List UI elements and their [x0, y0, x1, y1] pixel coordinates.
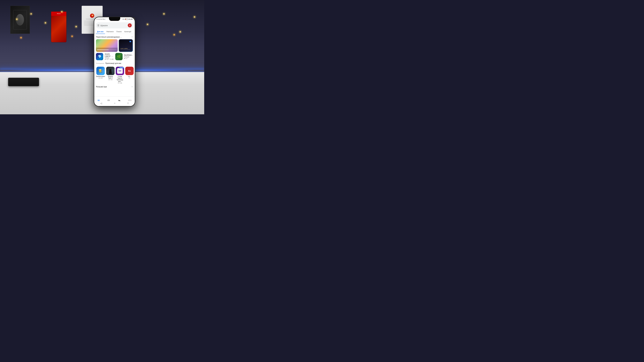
zagub-star: ★ [124, 58, 125, 59]
featured-cards: 5 LOST LANDS COLLECTOR'S EDITION [94, 39, 135, 52]
shadow-fight-size: 111 МБ [108, 79, 112, 80]
navigation-tabs: Для вас Рейтинги Платні Категорії [94, 29, 135, 34]
featured-card-lost-lands[interactable]: 5 LOST LANDS COLLECTOR'S EDITION [119, 39, 133, 52]
rpg-section: Рольові ігри → [94, 85, 135, 89]
time-display: 21:45 [129, 18, 132, 20]
battery-percent: 20% [122, 18, 125, 20]
words-icon: WW НОВИЙ [116, 67, 124, 75]
app-card-shadow-fight[interactable]: Shadow Fight 3 111 МБ [106, 67, 115, 84]
zagub-name: Загублені... [124, 54, 133, 56]
recommended-section-header: Перегляньте рекомендовані ... → [94, 34, 135, 39]
la-icon: Ea [125, 67, 134, 75]
promo-title: Пропозиції для вас [105, 62, 122, 64]
shadow-fight-image [106, 67, 114, 75]
tab-for-you[interactable]: Для вас [96, 29, 105, 34]
lost-lands-image: 5 LOST LANDS COLLECTOR'S EDITION [120, 40, 132, 51]
home-button[interactable]: ○ [114, 102, 116, 105]
jewels-image [96, 53, 103, 60]
gardenscapes-icon [96, 67, 105, 75]
menu-icon[interactable]: ☰ [97, 24, 99, 27]
ads-section: Оголошення Пропозиції для вас [94, 61, 135, 66]
zagub-info: Загублені... Пригоди ★ 4,7 [124, 54, 133, 59]
app-card-la[interactable]: Ea La... 27 [125, 67, 134, 84]
gardenscapes-size: 140 МБ [98, 77, 103, 79]
jewels-rating: 4,6 [106, 59, 108, 60]
jewels-star: ★ [104, 59, 106, 60]
rpg-arrow[interactable]: → [131, 85, 133, 88]
zagub-rating: 4,7 [126, 58, 128, 59]
jewels-icon [96, 53, 103, 60]
search-bar[interactable]: ☰ Шукати У [96, 22, 133, 28]
zagub-image [115, 53, 122, 60]
words-ww-logo: WW [117, 68, 123, 74]
featured-card-jewels[interactable] [96, 39, 118, 52]
card-jewels-image [96, 39, 118, 52]
recommended-title: Перегляньте рекомендовані ... [96, 36, 122, 38]
status-left: KYIVSTAR life:) [96, 18, 105, 20]
zagub-category: Пригоди [124, 56, 133, 58]
user-avatar[interactable]: У [128, 23, 132, 27]
jewels-size: 71 МБ [110, 59, 114, 60]
rpg-title: Рольові ігри [96, 86, 107, 88]
phone: KYIVSTAR life:) 20% 21:45 ☰ Шукати У Для… [94, 17, 135, 106]
apps-grid: Gardenscapes 140 МБ Shadow Fight 3 111 М… [94, 66, 135, 85]
words-size: 117 МБ [118, 82, 122, 84]
phone-notch [109, 17, 120, 21]
shadow-fight-icon [106, 67, 114, 75]
tab-categories[interactable]: Категорії [123, 29, 133, 34]
app-card-words[interactable]: WW НОВИЙ Слова Чудеса: Кросворд для... 1… [115, 67, 125, 84]
la-name: La... [128, 76, 131, 77]
la-size: 27 [129, 77, 130, 79]
android-nav: ◁ ○ □ [94, 101, 135, 106]
jewels-category: Аркади [104, 57, 114, 59]
battery-icon [125, 18, 128, 20]
jewels-name: Jewels Legend - ... [104, 53, 114, 57]
phone-wrapper: KYIVSTAR life:) 20% 21:45 ☰ Шукати У Для… [94, 17, 135, 106]
la-icon-text: Ea [128, 70, 130, 72]
recent-button[interactable]: □ [127, 102, 129, 105]
back-button[interactable]: ◁ [100, 102, 102, 105]
jewels-meta: ★ 4,6 • 71 МБ [104, 59, 114, 60]
zagub-icon [115, 53, 122, 60]
lost-lands-title: LOST LANDS [120, 48, 130, 49]
gardenscapes-image [96, 67, 105, 75]
gardenscapes-name: Gardenscapes [96, 76, 105, 77]
phone-screen: KYIVSTAR life:) 20% 21:45 ☰ Шукати У Для… [94, 17, 135, 106]
jewels-dot: • [109, 59, 109, 60]
words-name: Слова Чудеса: Кросворд для... [116, 76, 124, 82]
lost-lands-subtitle: COLLECTOR'S EDITION [120, 49, 130, 50]
table-device [8, 78, 39, 86]
status-right: 20% 21:45 [122, 18, 132, 20]
carrier-text: KYIVSTAR life:) [96, 18, 105, 20]
ads-label: Оголошення [96, 63, 104, 64]
zagub-meta: ★ 4,7 [124, 58, 133, 59]
tab-paid[interactable]: Платні [115, 29, 123, 34]
jewels-info: Jewels Legend - ... Аркади ★ 4,6 • 71 МБ [104, 53, 114, 60]
search-placeholder[interactable]: Шукати [100, 24, 127, 27]
battery-fill [126, 19, 126, 20]
lost-lands-badge: 5 [130, 41, 131, 42]
main-content: Перегляньте рекомендовані ... → [94, 34, 135, 106]
game-row-jewels[interactable]: Jewels Legend - ... Аркади ★ 4,6 • 71 МБ [94, 52, 135, 61]
app-card-gardenscapes[interactable]: Gardenscapes 140 МБ [95, 67, 106, 84]
tab-ratings[interactable]: Рейтинги [105, 29, 115, 34]
recommended-arrow[interactable]: → [131, 36, 133, 38]
shadow-fight-name: Shadow Fight 3 [106, 76, 114, 79]
words-new-badge: НОВИЙ [119, 67, 124, 68]
